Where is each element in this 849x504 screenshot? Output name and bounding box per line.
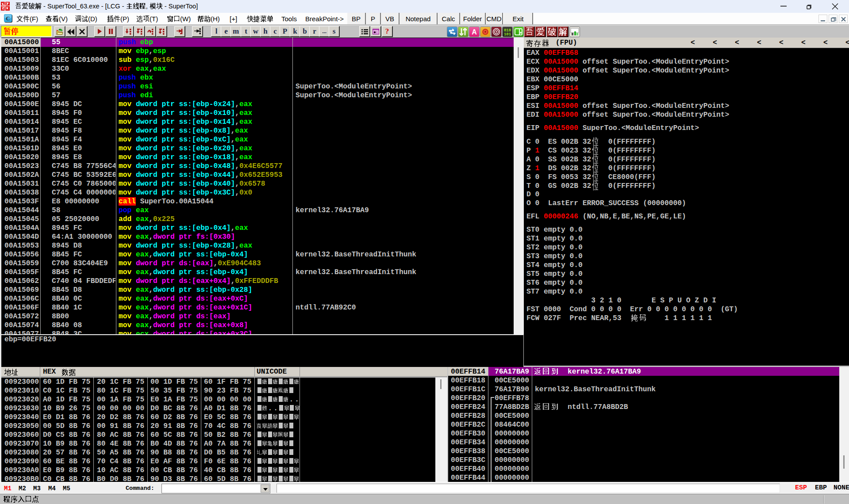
svg-text:C: C [6,15,10,22]
svg-text:101: 101 [504,32,511,37]
svg-text:A: A [472,28,477,36]
